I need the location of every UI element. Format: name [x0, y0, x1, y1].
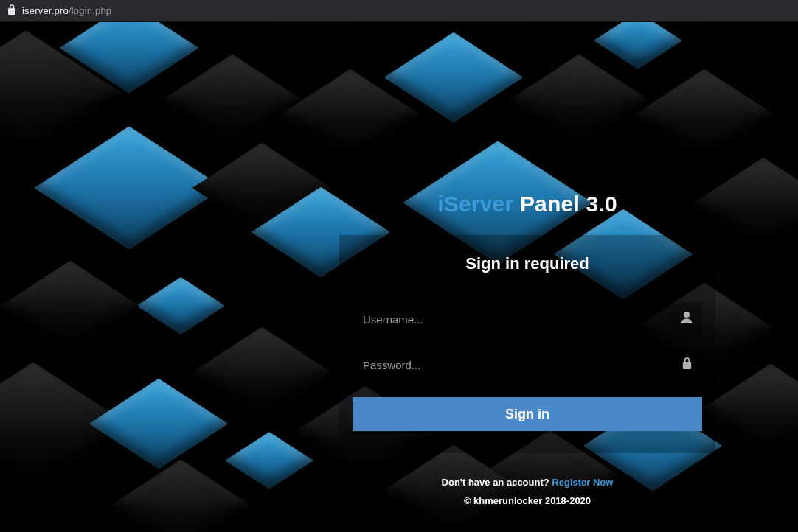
bg-cube	[510, 55, 649, 144]
register-link[interactable]: Register Now	[552, 477, 613, 488]
bg-cube	[1, 261, 140, 351]
bg-cube	[89, 379, 229, 469]
brand-accent: iServer	[437, 192, 513, 216]
bg-cube	[136, 277, 225, 335]
bg-cube	[635, 69, 774, 159]
bg-cube	[111, 460, 251, 532]
copyright-text: © khmerunlocker 2018-2020	[339, 492, 715, 511]
url-path: /login.php	[69, 5, 111, 16]
login-footer: Don't have an account? Register Now © kh…	[339, 474, 715, 510]
brand-title: iServer Panel 3.0	[339, 192, 715, 217]
lock-icon	[682, 357, 692, 372]
username-input[interactable]	[353, 303, 702, 335]
bg-cube	[192, 327, 332, 417]
lock-icon	[7, 4, 16, 18]
brand-rest: Panel 3.0	[513, 192, 617, 216]
url-text: iserver.pro/login.php	[22, 5, 111, 16]
sign-in-button[interactable]: Sign in	[353, 397, 702, 431]
card-heading: Sign in required	[353, 254, 702, 273]
bg-cube	[163, 55, 302, 144]
page-background: iServer Panel 3.0 Sign in required Sign …	[0, 22, 798, 532]
password-field-wrap	[353, 349, 702, 381]
register-prompt: Don't have an account?	[442, 477, 552, 488]
login-card: Sign in required Sign in	[339, 235, 715, 453]
bg-cube	[701, 364, 798, 454]
username-field-wrap	[353, 303, 702, 335]
browser-address-bar: iserver.pro/login.php	[0, 0, 798, 22]
url-domain: iserver.pro	[22, 5, 69, 16]
password-input[interactable]	[353, 349, 702, 381]
bg-cube	[225, 432, 313, 489]
user-icon	[681, 312, 692, 326]
login-panel: iServer Panel 3.0 Sign in required Sign …	[339, 192, 715, 510]
bg-cube	[594, 22, 682, 69]
